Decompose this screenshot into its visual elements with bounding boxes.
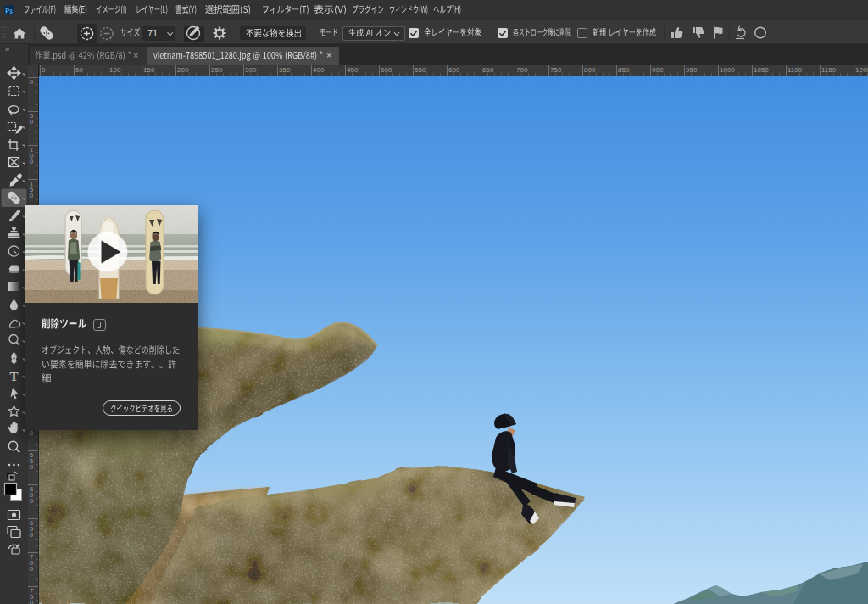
- svg-text:T: T: [9, 370, 18, 383]
